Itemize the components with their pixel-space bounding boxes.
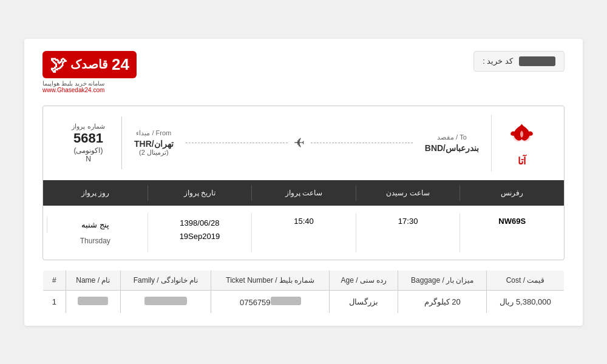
logo-brand: قاصدک	[70, 57, 108, 72]
airline-section: آتا	[491, 115, 552, 172]
flight-side-info: شماره پرواز 5681 (اکونومی) N	[55, 116, 122, 169]
family-blur	[144, 297, 187, 305]
details-row: NW69S 17:30 15:40 1398/06/28 19Sep2019 پ…	[43, 206, 564, 260]
th-baggage: میزان بار / Baggage	[398, 270, 486, 290]
flight-number-label: شماره پرواز	[72, 123, 104, 130]
name-blur	[78, 297, 108, 305]
to-label: To / مقصد	[425, 133, 479, 141]
passenger-num: 1	[43, 290, 66, 313]
th-cost: قیمت / Cost	[486, 270, 564, 290]
th-name: نام / Name	[66, 270, 120, 290]
th-ticket: شماره بلیط / Ticket Number	[211, 270, 330, 290]
logo-tagline: سامانه خرید بلیط هواپیما	[42, 80, 104, 87]
plane-icon: ✈	[294, 135, 305, 151]
from-label: From / مبداء	[134, 129, 174, 137]
route-section: آتا To / مقصد بندرعباس/BND ✈ From / مبدا…	[43, 106, 564, 180]
to-city: بندرعباس/BND	[425, 143, 479, 153]
logo-icon: 🕊	[50, 55, 67, 75]
purchase-code-value	[519, 56, 555, 66]
logo-number: 24	[112, 55, 129, 74]
reference-value: NW69S	[459, 213, 564, 252]
passenger-name	[66, 290, 120, 313]
flight-class-label: (اکونومی)	[74, 146, 103, 155]
day-fa: پنج شنبه	[47, 217, 144, 233]
flight-number: 5681	[73, 130, 103, 146]
col-arrival: ساعت رسیدن	[356, 185, 460, 201]
purchase-code-box: کد خرید :	[473, 51, 565, 72]
details-header: رفرنس ساعت رسیدن ساعت پرواز تاریخ پرواز …	[43, 180, 564, 206]
date-value: 1398/06/28 19Sep2019	[148, 213, 252, 252]
passengers-table: قیمت / Cost میزان بار / Baggage رده سنی …	[42, 270, 565, 314]
airline-name: آتا	[518, 155, 526, 167]
dotted-line-right	[311, 143, 413, 143]
departure-value: 15:40	[251, 213, 356, 252]
from-terminal: (ترمینال 2)	[134, 149, 174, 157]
col-departure: ساعت پرواز	[251, 185, 356, 201]
ticket-container: کد خرید : 24 قاصدک 🕊 سامانه خرید بلیط هو…	[24, 39, 583, 326]
col-date: تاریخ پرواز	[148, 185, 252, 201]
passengers-section: قیمت / Cost میزان بار / Baggage رده سنی …	[42, 270, 565, 314]
th-num: #	[43, 270, 66, 290]
col-day: روز پرواز	[43, 185, 148, 201]
passengers-header-row: قیمت / Cost میزان بار / Baggage رده سنی …	[43, 270, 565, 290]
day-en: Thursday	[47, 233, 144, 249]
flight-info-box: آتا To / مقصد بندرعباس/BND ✈ From / مبدا…	[42, 106, 565, 260]
day-value: پنج شنبه Thursday	[43, 213, 148, 252]
route-from: From / مبداء تهران/THR (ترمینال 2)	[134, 129, 174, 157]
passenger-age: بزرگسال	[330, 290, 398, 313]
ticket-blur	[271, 297, 301, 305]
logo-area: 24 قاصدک 🕊 سامانه خرید بلیط هواپیما www.…	[42, 51, 137, 93]
col-reference: رفرنس	[459, 185, 564, 201]
passenger-ticket: 0756759	[211, 290, 330, 313]
purchase-code-label: کد خرید :	[483, 56, 513, 66]
passenger-family	[120, 290, 211, 313]
ata-logo-svg	[505, 120, 538, 153]
dotted-line-left	[186, 143, 288, 143]
arrival-value: 17:30	[356, 213, 460, 252]
logo-box: 24 قاصدک 🕊	[42, 51, 137, 78]
flight-class-code: N	[86, 155, 91, 163]
date-en: 19Sep2019	[180, 232, 220, 241]
date-fa: 1398/06/28	[180, 218, 219, 228]
th-family: نام خانوادگی / Family	[120, 270, 211, 290]
logo-website: www.Ghasedak24.com	[42, 87, 104, 93]
th-age: رده سنی / Age	[330, 270, 398, 290]
from-city: تهران/THR	[134, 139, 174, 149]
passenger-row: 5,380,000 ریال 20 کیلوگرم بزرگسال 075675…	[43, 290, 565, 313]
passenger-cost: 5,380,000 ریال	[486, 290, 564, 313]
route-divider: ✈	[174, 135, 425, 151]
airline-logo	[505, 120, 538, 153]
route-to: To / مقصد بندرعباس/BND	[425, 133, 479, 153]
passenger-baggage: 20 کیلوگرم	[398, 290, 486, 313]
route-middle: To / مقصد بندرعباس/BND ✈ From / مبداء ته…	[122, 129, 491, 157]
header: کد خرید : 24 قاصدک 🕊 سامانه خرید بلیط هو…	[42, 51, 565, 93]
